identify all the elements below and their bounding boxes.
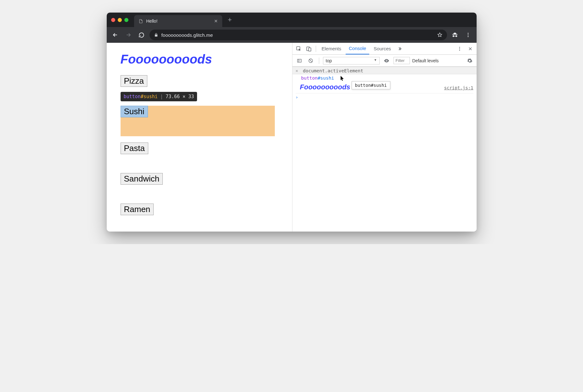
food-button-sandwich[interactable]: Sandwich: [121, 173, 163, 185]
result-tag: button: [301, 76, 318, 81]
food-button-pizza[interactable]: Pizza: [121, 75, 148, 87]
traffic-lights: [111, 18, 128, 22]
hover-tooltip: button#sushi: [352, 81, 390, 89]
console-output[interactable]: × document.activeElement button#sushi bu…: [292, 67, 477, 232]
food-item: Ramen: [121, 204, 278, 215]
lock-icon: [154, 33, 158, 37]
page-heading: Fooooooooods: [121, 52, 278, 66]
titlebar: Hello! ✕ +: [107, 13, 477, 27]
url-text: fooooooooods.glitch.me: [161, 32, 434, 38]
log-source-link[interactable]: script.js:1: [444, 85, 473, 90]
result-id: #sushi: [318, 76, 334, 81]
console-toolbar: top Default levels: [292, 55, 477, 67]
reload-button[interactable]: [136, 30, 147, 40]
forward-button[interactable]: [123, 30, 134, 40]
console-filter-input[interactable]: [393, 57, 410, 64]
console-prompt[interactable]: ›: [296, 93, 473, 100]
devtools-panel: Elements Console Sources: [292, 43, 477, 232]
live-expression-icon[interactable]: [382, 56, 391, 65]
window-close-button[interactable]: [111, 18, 115, 22]
svg-point-8: [459, 50, 460, 51]
back-button[interactable]: [110, 30, 121, 40]
remove-expression-icon[interactable]: ×: [296, 68, 298, 73]
more-tabs-icon[interactable]: [395, 44, 404, 53]
console-settings-icon[interactable]: [465, 56, 474, 65]
window-maximize-button[interactable]: [124, 18, 128, 22]
svg-point-2: [467, 36, 468, 37]
svg-point-6: [459, 47, 460, 48]
address-bar[interactable]: fooooooooods.glitch.me: [150, 30, 447, 40]
tooltip-dimensions: 73.66 × 33: [166, 94, 194, 99]
log-levels-label[interactable]: Default levels: [412, 58, 439, 63]
console-sidebar-toggle-icon[interactable]: [295, 56, 304, 65]
devtools-menu-icon[interactable]: [455, 44, 464, 53]
window-minimize-button[interactable]: [118, 18, 122, 22]
browser-tab[interactable]: Hello! ✕: [134, 15, 222, 27]
tooltip-id: #sushi: [141, 94, 158, 99]
context-select-wrap: top: [323, 57, 380, 64]
menu-button[interactable]: [463, 30, 473, 40]
incognito-icon[interactable]: [450, 30, 460, 40]
food-button-sushi[interactable]: Sushi: [121, 106, 148, 117]
clear-console-icon[interactable]: [306, 56, 315, 65]
inspect-element-icon[interactable]: [294, 44, 303, 53]
devtools-close-icon[interactable]: [466, 44, 475, 53]
food-button-pasta[interactable]: Pasta: [121, 143, 149, 154]
tab-close-icon[interactable]: ✕: [214, 19, 218, 24]
svg-point-1: [467, 35, 468, 36]
food-item: Sandwich: [121, 173, 278, 185]
margin-highlight: Sushi: [121, 106, 275, 136]
bookmark-icon[interactable]: [437, 32, 443, 38]
file-icon: [139, 19, 143, 24]
svg-point-7: [459, 48, 460, 49]
web-page: Fooooooooods Pizza button#sushi | 73.66 …: [107, 43, 292, 232]
execution-context-select[interactable]: top: [323, 57, 380, 64]
devtools-tab-console[interactable]: Console: [346, 43, 369, 54]
tab-title: Hello!: [146, 19, 211, 24]
content-area: Fooooooooods Pizza button#sushi | 73.66 …: [107, 43, 477, 232]
tab-strip: Hello! ✕ +: [134, 13, 235, 27]
browser-window: Hello! ✕ + fooooooooods.glitch.me: [107, 13, 477, 232]
inspected-element-highlight: button#sushi | 73.66 × 33 Sushi: [121, 106, 278, 136]
food-button-ramen[interactable]: Ramen: [121, 204, 154, 215]
device-toolbar-icon[interactable]: [304, 44, 313, 53]
devtools-tabbar: Elements Console Sources: [292, 43, 477, 55]
devtools-tab-sources[interactable]: Sources: [371, 43, 394, 54]
food-item: Pasta: [121, 143, 278, 154]
svg-rect-5: [308, 48, 311, 51]
svg-point-0: [467, 33, 468, 34]
cursor-icon: [340, 76, 345, 81]
inspect-tooltip: button#sushi | 73.66 × 33: [121, 92, 197, 101]
food-item: Pizza: [121, 75, 278, 87]
toolbar: fooooooooods.glitch.me: [107, 27, 477, 43]
devtools-tab-elements[interactable]: Elements: [319, 43, 345, 54]
live-expression-row[interactable]: × document.activeElement: [292, 67, 477, 74]
new-tab-button[interactable]: +: [225, 16, 235, 24]
expression-text: document.activeElement: [303, 68, 363, 73]
tooltip-tag: button: [124, 94, 141, 99]
